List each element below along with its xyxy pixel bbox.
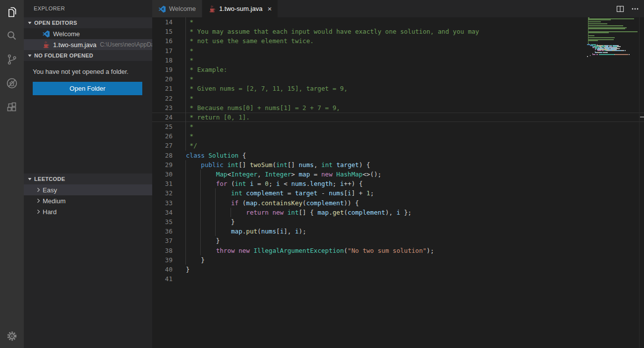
code-line-15[interactable]: 15 * You may assume that each input woul…	[152, 27, 644, 36]
line-number: 41	[152, 274, 176, 284]
overview-cursor-marker	[640, 116, 644, 117]
code-line-18[interactable]: 18 *	[152, 56, 644, 65]
indent-guide	[200, 246, 201, 255]
code-line-21[interactable]: 21 * Given nums = [2, 7, 11, 15], target…	[152, 84, 644, 93]
open-editor-item-welcome[interactable]: Welcome	[24, 28, 152, 39]
code-line-20[interactable]: 20 *	[152, 74, 644, 84]
overview-ruler	[639, 17, 644, 348]
editor[interactable]: 14 *15 * You may assume that each input …	[152, 17, 644, 348]
code-line-24[interactable]: 24 * return [0, 1].	[152, 113, 644, 122]
code-line-28[interactable]: 28class Solution {	[152, 151, 644, 160]
activity-source-control-source-control-icon[interactable]	[0, 48, 24, 71]
editor-group: Welcome1.two-sum.java× 14 *15 * You may …	[152, 0, 644, 348]
indent-guide	[185, 84, 186, 93]
code-area[interactable]: 14 *15 * You may assume that each input …	[152, 17, 644, 284]
minimap[interactable]	[586, 17, 640, 58]
code-line-19[interactable]: 19 * Example:	[152, 65, 644, 74]
activity-debug-debug-disabled-icon[interactable]	[0, 71, 24, 95]
code-line-34[interactable]: 34 return new int[] { map.get(complement…	[152, 208, 644, 217]
indent-guide	[185, 113, 186, 122]
line-number: 23	[152, 103, 176, 113]
twistie-expanded-icon	[26, 20, 33, 25]
line-number: 20	[152, 74, 176, 84]
indent-guide	[185, 227, 186, 236]
code-line-30[interactable]: 30 Map<Integer, Integer> map = new HashM…	[152, 170, 644, 179]
indent-guide	[185, 179, 186, 188]
code-line-25[interactable]: 25 *	[152, 122, 644, 131]
activity-extensions-extensions-icon[interactable]	[0, 95, 24, 119]
code-line-33[interactable]: 33 if (map.containsKey(complement)) {	[152, 198, 644, 208]
code-text: * You may assume that each input would h…	[186, 27, 479, 36]
line-number: 21	[152, 84, 176, 93]
activity-explorer-files-icon[interactable]	[0, 0, 24, 24]
indent-guide	[200, 170, 201, 179]
code-line-37[interactable]: 37 }	[152, 236, 644, 245]
code-line-32[interactable]: 32 int complement = target - nums[i] + 1…	[152, 188, 644, 198]
indent-guide	[185, 122, 186, 131]
line-number: 15	[152, 27, 176, 36]
file-label: Welcome	[53, 30, 80, 38]
code-text: * not use the same element twice.	[186, 36, 314, 46]
code-text: *	[186, 74, 193, 84]
code-line-36[interactable]: 36 map.put(nums[i], i);	[152, 227, 644, 236]
open-editor-item-1-two-sum-java[interactable]: 1.two-sum.javaC:\Users\neo\AppDa..	[24, 39, 152, 50]
tree-item-label: Easy	[43, 186, 57, 194]
code-text: *	[186, 46, 193, 56]
tab-label: Welcome	[169, 5, 196, 12]
sidebar-title: EXPLORER	[24, 0, 152, 17]
code-line-14[interactable]: 14 *	[152, 17, 644, 27]
file-path: C:\Users\neo\AppDa..	[100, 41, 152, 48]
code-line-27[interactable]: 27 */	[152, 141, 644, 150]
indent-guide	[185, 103, 186, 113]
section-label-leetcode: LEETCODE	[34, 176, 65, 182]
section-header-open-editors[interactable]: OPEN EDITORS	[24, 17, 152, 28]
leetcode-item-easy[interactable]: Easy	[24, 184, 152, 195]
code-line-22[interactable]: 22 *	[152, 94, 644, 103]
tab-welcome[interactable]: Welcome	[152, 0, 202, 17]
indent-guide	[185, 255, 186, 265]
code-line-31[interactable]: 31 for (int i = 0; i < nums.length; i++)…	[152, 179, 644, 188]
tab-1-two-sum-java[interactable]: 1.two-sum.java×	[202, 0, 278, 17]
tab-bar: Welcome1.two-sum.java×	[152, 0, 644, 17]
section-header-leetcode[interactable]: LEETCODE	[24, 174, 152, 184]
activity-bar-top	[0, 0, 24, 119]
code-line-29[interactable]: 29 public int[] twoSum(int[] nums, int t…	[152, 160, 644, 170]
open-folder-button[interactable]: Open Folder	[33, 82, 142, 95]
tab-label: 1.two-sum.java	[219, 5, 262, 12]
activity-search-search-icon[interactable]	[0, 24, 24, 48]
code-line-23[interactable]: 23 * Because nums[0] + nums[1] = 2 + 7 =…	[152, 103, 644, 113]
code-line-35[interactable]: 35 }	[152, 217, 644, 227]
leetcode-item-medium[interactable]: Medium	[24, 195, 152, 206]
vscode-logo-icon	[42, 30, 50, 38]
tab-close-icon[interactable]: ×	[267, 5, 272, 12]
indent-guide	[215, 217, 216, 227]
split-editor-icon[interactable]	[616, 5, 624, 13]
indent-guide	[185, 17, 186, 27]
indent-guide	[185, 236, 186, 245]
line-number: 24	[152, 113, 176, 122]
code-line-38[interactable]: 38 throw new IllegalArgumentException("N…	[152, 246, 644, 255]
code-line-16[interactable]: 16 * not use the same element twice.	[152, 36, 644, 46]
section-header-no-folder[interactable]: NO FOLDER OPENED	[24, 50, 152, 61]
line-number: 19	[152, 65, 176, 74]
tree-item-label: Medium	[43, 197, 65, 205]
open-editors-list: Welcome1.two-sum.javaC:\Users\neo\AppDa.…	[24, 28, 152, 50]
activity-settings-gear-icon[interactable]	[0, 324, 24, 348]
code-text: if (map.containsKey(complement)) {	[186, 198, 359, 208]
code-line-17[interactable]: 17 *	[152, 46, 644, 56]
code-line-41[interactable]: 41	[152, 274, 644, 284]
leetcode-item-hard[interactable]: Hard	[24, 206, 152, 217]
code-line-26[interactable]: 26 *	[152, 131, 644, 141]
code-line-39[interactable]: 39 }	[152, 255, 644, 265]
code-text: return new int[] { map.get(complement), …	[186, 208, 411, 217]
java-file-icon	[208, 5, 216, 13]
more-actions-icon[interactable]	[631, 5, 639, 13]
java-file-icon	[42, 41, 50, 49]
code-text: *	[186, 122, 193, 131]
activity-bar-bottom	[0, 324, 24, 348]
code-line-40[interactable]: 40}	[152, 265, 644, 274]
line-number: 14	[152, 17, 176, 27]
line-number: 31	[152, 179, 176, 188]
code-text: throw new IllegalArgumentException("No t…	[186, 246, 434, 255]
line-number: 37	[152, 236, 176, 245]
